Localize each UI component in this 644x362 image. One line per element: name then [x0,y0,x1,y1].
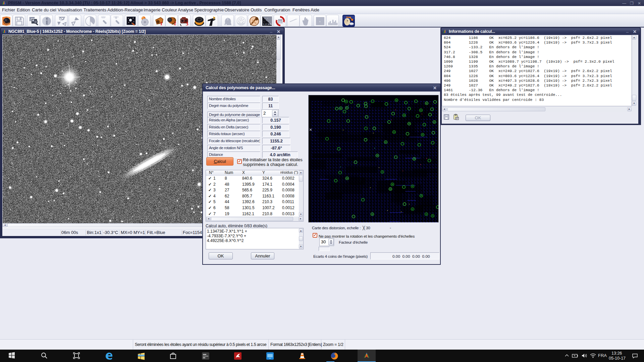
svg-text:1,2,3/B: 1,2,3/B [263,23,271,26]
svg-text:2: 2 [174,21,176,26]
svg-text:1: 1 [160,21,163,26]
svg-text:3: 3 [186,21,189,26]
